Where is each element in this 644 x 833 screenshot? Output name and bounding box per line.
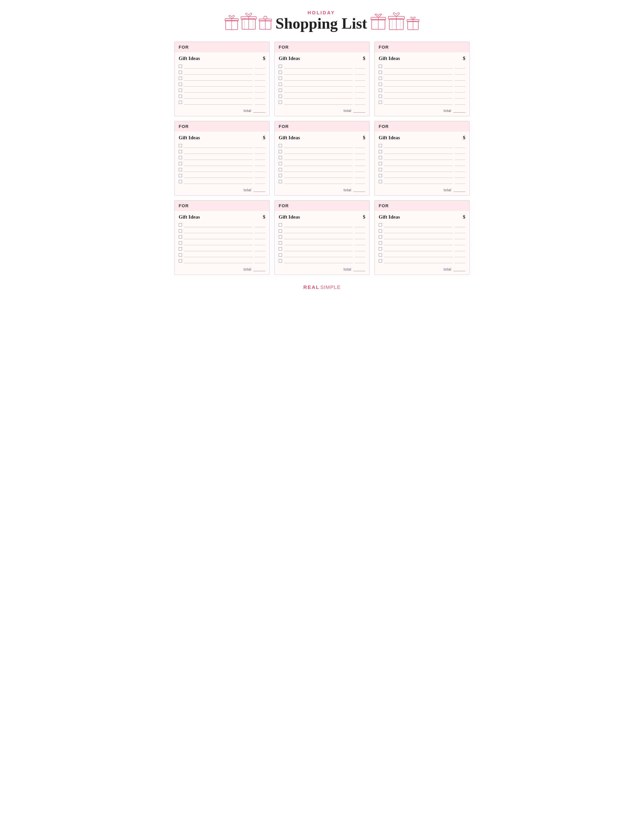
checkbox-2-3[interactable]	[279, 77, 282, 80]
item-row-9-1	[379, 223, 465, 227]
item-row-9-7	[379, 259, 465, 263]
checkbox-1-7[interactable]	[179, 101, 182, 104]
checkbox-7-1[interactable]	[179, 223, 182, 227]
checkbox-8-1[interactable]	[279, 223, 282, 227]
checkbox-8-7[interactable]	[279, 259, 282, 262]
checkbox-1-3[interactable]	[179, 77, 182, 80]
checkbox-5-2[interactable]	[279, 150, 282, 153]
item-row-9-5	[379, 246, 465, 251]
checkbox-6-2[interactable]	[379, 150, 382, 153]
checkbox-2-6[interactable]	[279, 95, 282, 98]
checkbox-9-2[interactable]	[379, 229, 382, 233]
item-row-1-2	[179, 70, 265, 75]
page-header: HOLIDAY Shopping List	[174, 10, 470, 32]
item-line-3-2	[384, 70, 452, 75]
item-row-8-5	[279, 246, 365, 251]
price-line-7-4	[255, 241, 265, 245]
header-gifts-right	[370, 11, 420, 31]
section-for-label-5: FOR	[275, 121, 369, 132]
checkbox-3-7[interactable]	[379, 101, 382, 104]
checkbox-1-2[interactable]	[179, 71, 182, 74]
checkbox-4-6[interactable]	[179, 174, 182, 177]
checkbox-4-4[interactable]	[179, 162, 182, 165]
price-line-4-1	[255, 143, 265, 148]
checkbox-3-2[interactable]	[379, 71, 382, 74]
total-row-4: total	[179, 187, 265, 192]
checkbox-6-5[interactable]	[379, 168, 382, 171]
checkbox-9-5[interactable]	[379, 247, 382, 251]
checkbox-2-2[interactable]	[279, 71, 282, 74]
checkbox-8-6[interactable]	[279, 253, 282, 257]
checkbox-2-7[interactable]	[279, 101, 282, 104]
checkbox-7-7[interactable]	[179, 259, 182, 262]
item-row-5-4	[279, 161, 365, 166]
checkbox-8-5[interactable]	[279, 247, 282, 251]
checkbox-6-7[interactable]	[379, 180, 382, 183]
price-line-2-2	[355, 70, 365, 75]
checkbox-8-3[interactable]	[279, 235, 282, 238]
checkbox-6-4[interactable]	[379, 162, 382, 165]
gift-ideas-row-8: Gift Ideas $	[279, 214, 365, 220]
checkbox-3-3[interactable]	[379, 77, 382, 80]
checkbox-6-3[interactable]	[379, 156, 382, 159]
price-line-1-1	[255, 64, 265, 69]
gift-ideas-label-8: Gift Ideas	[279, 214, 300, 220]
checkbox-8-2[interactable]	[279, 229, 282, 233]
checkbox-5-5[interactable]	[279, 168, 282, 171]
checkbox-6-1[interactable]	[379, 144, 382, 147]
checkbox-9-7[interactable]	[379, 259, 382, 262]
checkbox-5-6[interactable]	[279, 174, 282, 177]
checkbox-5-1[interactable]	[279, 144, 282, 147]
gift-ideas-label-3: Gift Ideas	[379, 56, 400, 61]
checkbox-7-4[interactable]	[179, 241, 182, 244]
item-row-7-3	[179, 235, 265, 239]
checkbox-2-1[interactable]	[279, 64, 282, 68]
checkbox-5-4[interactable]	[279, 162, 282, 165]
checkbox-4-7[interactable]	[179, 180, 182, 183]
checkbox-1-5[interactable]	[179, 88, 182, 92]
checkbox-4-3[interactable]	[179, 156, 182, 159]
checkbox-5-7[interactable]	[279, 180, 282, 183]
checkbox-3-6[interactable]	[379, 95, 382, 98]
section-body-2: Gift Ideas $	[275, 52, 369, 116]
checkbox-3-5[interactable]	[379, 88, 382, 92]
item-row-7-4	[179, 241, 265, 245]
item-row-7-7	[179, 259, 265, 263]
checkbox-9-3[interactable]	[379, 235, 382, 238]
total-row-3: total	[379, 107, 465, 113]
checkbox-2-4[interactable]	[279, 83, 282, 86]
checkbox-9-1[interactable]	[379, 223, 382, 227]
item-row-4-4	[179, 161, 265, 166]
total-label-2: total	[344, 109, 351, 113]
total-line-5	[353, 188, 365, 192]
checkbox-4-1[interactable]	[179, 144, 182, 147]
checkbox-3-4[interactable]	[379, 83, 382, 86]
price-line-3-1	[455, 64, 465, 69]
item-line-4-3	[184, 155, 253, 160]
price-line-4-6	[255, 173, 265, 178]
item-line-5-3	[284, 155, 353, 160]
checkbox-6-6[interactable]	[379, 174, 382, 177]
checkbox-4-2[interactable]	[179, 150, 182, 153]
total-line-6	[453, 188, 465, 192]
checkbox-7-2[interactable]	[179, 229, 182, 233]
total-label-7: total	[244, 267, 251, 271]
total-row-8: total	[279, 266, 365, 271]
item-row-6-1	[379, 143, 465, 148]
checkbox-5-3[interactable]	[279, 156, 282, 159]
checkbox-7-6[interactable]	[179, 253, 182, 257]
price-line-7-1	[255, 223, 265, 227]
checkbox-8-4[interactable]	[279, 241, 282, 244]
checkbox-1-6[interactable]	[179, 95, 182, 98]
checkbox-9-4[interactable]	[379, 241, 382, 244]
checkbox-1-4[interactable]	[179, 83, 182, 86]
checkbox-3-1[interactable]	[379, 64, 382, 68]
checkbox-4-5[interactable]	[179, 168, 182, 171]
checkbox-2-5[interactable]	[279, 88, 282, 92]
price-line-1-6	[255, 94, 265, 99]
section-for-label-7: FOR	[175, 201, 269, 211]
checkbox-1-1[interactable]	[179, 64, 182, 68]
checkbox-9-6[interactable]	[379, 253, 382, 257]
checkbox-7-5[interactable]	[179, 247, 182, 251]
checkbox-7-3[interactable]	[179, 235, 182, 238]
